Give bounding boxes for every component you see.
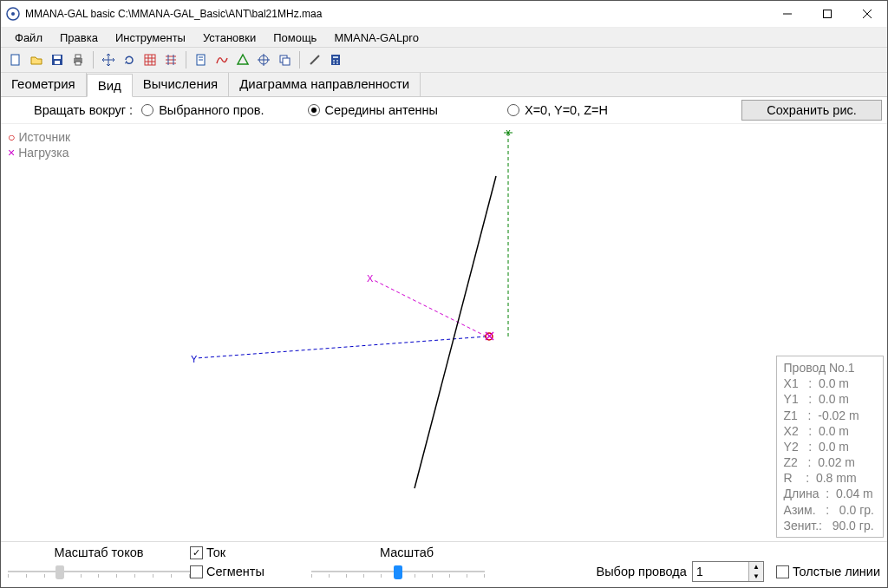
svg-point-33 (333, 62, 335, 64)
svg-rect-13 (145, 55, 155, 65)
menu-edit[interactable]: Правка (51, 29, 107, 46)
svg-rect-6 (11, 55, 19, 65)
title-bar: MMANA-GAL basic C:\MMANA-GAL_Basic\ANT\b… (1, 1, 887, 28)
info-y1: Y1 : 0.0 m (784, 391, 874, 407)
radio-antenna-center[interactable] (308, 104, 320, 116)
open-icon[interactable] (27, 50, 46, 69)
copy-icon[interactable] (275, 50, 294, 69)
svg-rect-3 (824, 10, 832, 18)
rotate-row: Вращать вокруг : Выбранного пров. Середи… (1, 97, 887, 124)
menu-help[interactable]: Помощь (264, 29, 325, 46)
save-icon[interactable] (48, 50, 67, 69)
radio-selected-wire-label: Выбранного пров. (159, 103, 264, 117)
tab-geometry[interactable]: Геометрия (1, 73, 87, 96)
align-icon[interactable] (161, 50, 180, 69)
tab-bar: Геометрия Вид Вычисления Диаграмма напра… (1, 73, 887, 97)
tab-calc[interactable]: Вычисления (133, 73, 229, 96)
wire-select-input[interactable] (693, 562, 748, 581)
new-icon[interactable] (6, 50, 25, 69)
svg-line-37 (196, 336, 486, 358)
checkbox-segments-label: Сегменты (206, 565, 264, 578)
wire-select-spinner[interactable]: ▲ ▼ (692, 561, 764, 582)
close-button[interactable] (847, 1, 887, 27)
info-y2: Y2 : 0.0 m (784, 439, 874, 454)
info-zenith: Зенит.: 90.0 гр. (784, 518, 874, 533)
info-z1: Z1 : -0.02 m (784, 408, 874, 423)
curve-icon[interactable] (212, 50, 232, 69)
menu-bar: Файл Правка Инструменты Установки Помощь… (1, 28, 887, 48)
tools-icon[interactable] (305, 50, 324, 69)
triangle-icon[interactable] (233, 50, 252, 69)
window-title: MMANA-GAL basic C:\MMANA-GAL_Basic\ANT\b… (25, 8, 767, 20)
calc-icon[interactable] (326, 50, 345, 69)
menu-file[interactable]: Файл (6, 29, 51, 46)
checkbox-tok[interactable] (190, 546, 203, 559)
canvas-area[interactable]: ○Источник ×Нагрузка Y X Пров (1, 124, 887, 541)
doc-icon[interactable] (192, 50, 211, 69)
info-x1: X1 : 0.0 m (784, 376, 874, 391)
tab-view[interactable]: Вид (87, 74, 133, 97)
minimize-button[interactable] (767, 1, 807, 27)
print-icon[interactable] (69, 50, 88, 69)
info-x2: X2 : 0.0 m (784, 423, 874, 439)
svg-rect-28 (283, 58, 290, 65)
svg-rect-11 (75, 55, 81, 58)
reset-icon[interactable] (120, 50, 139, 69)
svg-line-43 (415, 176, 496, 488)
svg-point-1 (11, 12, 15, 16)
antenna-view: Y X (1, 124, 885, 541)
info-r: R : 0.8 mm (784, 470, 874, 486)
svg-point-31 (333, 60, 335, 62)
toolbar-separator (299, 51, 300, 69)
menu-settings[interactable]: Установки (194, 29, 264, 46)
maximize-button[interactable] (807, 1, 847, 27)
svg-rect-8 (54, 56, 61, 59)
scale-label: Масштаб (311, 546, 502, 559)
svg-text:Y: Y (191, 354, 198, 364)
grid-icon[interactable] (140, 50, 160, 69)
current-scale-slider[interactable] (8, 563, 190, 580)
rotate-label: Вращать вокруг : (34, 103, 133, 117)
toolbar-separator (93, 51, 94, 69)
tab-pattern[interactable]: Диаграмма направленности (229, 73, 421, 96)
wire-select-label: Выбор провода (597, 565, 687, 578)
checkbox-thick-lines[interactable] (776, 565, 789, 578)
toolbar-separator (186, 51, 186, 69)
scale-slider[interactable] (311, 563, 485, 580)
radio-origin[interactable] (507, 104, 519, 116)
checkbox-thick-lines-label: Толстые линии (793, 565, 880, 578)
toolbar (1, 48, 887, 73)
svg-rect-12 (75, 62, 81, 65)
spinner-up-icon[interactable]: ▲ (749, 562, 763, 572)
radio-origin-label: X=0, Y=0, Z=H (525, 103, 608, 117)
svg-point-32 (336, 60, 338, 62)
info-z2: Z2 : 0.02 m (784, 454, 874, 470)
info-title: Провод No.1 (784, 360, 874, 376)
checkbox-tok-label: Ток (206, 546, 225, 559)
svg-line-39 (374, 280, 486, 336)
app-icon (6, 7, 20, 21)
save-image-button[interactable]: Сохранить рис. (741, 100, 882, 121)
bottom-panel: Масштаб токов Ток Масштаб Сегменты (1, 541, 887, 587)
radio-antenna-center-label: Середины антенны (325, 103, 438, 117)
info-length: Длина : 0.04 m (784, 486, 874, 501)
svg-rect-29 (331, 55, 340, 65)
menu-pro[interactable]: MMANA-GALpro (325, 29, 428, 46)
info-azimuth: Азим. : 0.0 гр. (784, 502, 874, 518)
svg-text:X: X (367, 273, 374, 284)
app-window: MMANA-GAL basic C:\MMANA-GAL_Basic\ANT\b… (0, 0, 888, 588)
svg-rect-9 (55, 61, 60, 64)
checkbox-segments[interactable] (190, 565, 203, 578)
move-icon[interactable] (99, 50, 118, 69)
current-scale-label: Масштаб токов (8, 546, 190, 559)
menu-tools[interactable]: Инструменты (107, 29, 194, 46)
svg-rect-30 (333, 56, 338, 58)
svg-point-34 (336, 62, 338, 64)
spinner-down-icon[interactable]: ▼ (749, 572, 763, 581)
wire-info-panel: Провод No.1 X1 : 0.0 m Y1 : 0.0 m Z1 : -… (776, 356, 884, 538)
target-icon[interactable] (254, 50, 273, 69)
radio-selected-wire[interactable] (141, 104, 153, 116)
window-controls (767, 1, 887, 27)
